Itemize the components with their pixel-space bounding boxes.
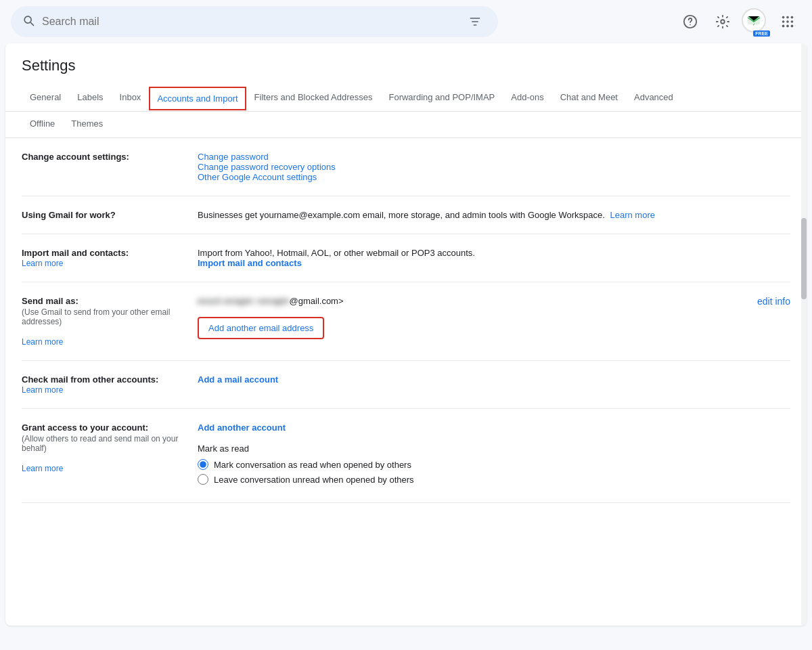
check-mail-row: Check mail from other accounts: Learn mo…: [22, 361, 790, 409]
main-content: Settings General Labels Inbox Accounts a…: [5, 43, 807, 626]
page-title: Settings: [5, 43, 807, 85]
send-mail-label: Send mail as: (Use Gmail to send from yo…: [22, 296, 184, 347]
tab-accounts[interactable]: Accounts and Import: [149, 87, 246, 110]
import-mail-row: Import mail and contacts: Learn more Imp…: [22, 234, 790, 282]
import-desc: Import from Yahoo!, Hotmail, AOL, or oth…: [198, 248, 790, 258]
grant-access-content: Add another account Mark as read Mark co…: [198, 422, 790, 489]
gmail-work-learn-more[interactable]: Learn more: [610, 210, 654, 220]
gmail-work-content: Businesses get yourname@example.com emai…: [198, 210, 790, 220]
radio-read-label: Mark conversation as read when opened by…: [214, 460, 411, 470]
svg-point-11: [786, 25, 789, 28]
email-blurred: enoch emajeh <emajeh: [198, 296, 290, 306]
add-mail-account-link[interactable]: Add a mail account: [198, 374, 278, 385]
change-account-label: Change account settings:: [22, 152, 184, 162]
svg-text:✓: ✓: [752, 22, 755, 26]
add-another-account-link[interactable]: Add another account: [198, 422, 286, 433]
tab-chat[interactable]: Chat and Meet: [552, 85, 626, 111]
grant-access-label: Grant access to your account: (Allow oth…: [22, 422, 184, 473]
svg-point-9: [791, 20, 794, 23]
svg-point-1: [690, 24, 691, 25]
gmail-work-label: Using Gmail for work?: [22, 210, 184, 220]
svg-point-2: [721, 20, 725, 24]
svg-point-4: [782, 16, 785, 19]
tab-addons[interactable]: Add-ons: [503, 85, 551, 111]
change-account-row: Change account settings: Change password…: [22, 138, 790, 196]
settings-section: Change account settings: Change password…: [5, 138, 807, 503]
search-input[interactable]: [42, 16, 456, 28]
gmail-work-row: Using Gmail for work? Businesses get you…: [22, 196, 790, 234]
import-learn-more[interactable]: Learn more: [22, 259, 63, 268]
import-mail-content: Import from Yahoo!, Hotmail, AOL, or oth…: [198, 248, 790, 268]
edit-info-link[interactable]: edit info: [757, 296, 790, 307]
send-mail-row: Send mail as: (Use Gmail to send from yo…: [22, 282, 790, 361]
tab-offline[interactable]: Offline: [22, 112, 63, 137]
free-badge: FREE: [753, 30, 770, 37]
radio-item-unread: Leave conversation unread when opened by…: [198, 474, 790, 485]
import-mail-label: Import mail and contacts: Learn more: [22, 248, 184, 268]
send-mail-content: enoch emajeh <emajeh@gmail.com> Add anot…: [198, 296, 790, 339]
change-account-content: Change password Change password recovery…: [198, 152, 790, 182]
email-display: enoch emajeh <emajeh@gmail.com>: [198, 296, 344, 306]
tab-advanced[interactable]: Advanced: [626, 85, 681, 111]
import-action-link[interactable]: Import mail and contacts: [198, 258, 302, 268]
send-mail-learn-more[interactable]: Learn more: [22, 337, 63, 347]
check-mail-label: Check mail from other accounts: Learn mo…: [22, 374, 184, 395]
topbar: ✓ FREE: [0, 0, 812, 43]
radio-unread-label: Leave conversation unread when opened by…: [214, 475, 414, 485]
svg-point-12: [791, 25, 794, 28]
tab-filters[interactable]: Filters and Blocked Addresses: [246, 85, 381, 111]
edit-info-wrap: edit info: [757, 296, 790, 307]
grant-access-row: Grant access to your account: (Allow oth…: [22, 409, 790, 503]
tab-forwarding[interactable]: Forwarding and POP/IMAP: [380, 85, 503, 111]
change-password-link[interactable]: Change password: [198, 152, 269, 162]
topbar-icons: ✓ FREE: [677, 8, 801, 35]
change-recovery-link[interactable]: Change password recovery options: [198, 162, 336, 172]
filter-icon[interactable]: [463, 9, 487, 34]
scrollbar-thumb[interactable]: [801, 218, 807, 299]
scrollbar[interactable]: [801, 43, 807, 626]
tab-labels[interactable]: Labels: [69, 85, 111, 111]
apps-button[interactable]: [774, 8, 801, 35]
svg-point-7: [782, 20, 785, 23]
mark-as-read-label: Mark as read: [198, 443, 790, 454]
help-button[interactable]: [677, 8, 704, 35]
check-mail-content: Add a mail account: [198, 374, 790, 385]
check-mail-learn-more[interactable]: Learn more: [22, 385, 63, 395]
search-icon: [22, 14, 35, 30]
svg-point-5: [786, 16, 789, 19]
search-bar: [11, 6, 498, 37]
radio-item-read: Mark conversation as read when opened by…: [198, 459, 790, 470]
radio-group: Mark conversation as read when opened by…: [198, 459, 790, 485]
tab-general[interactable]: General: [22, 85, 69, 111]
gmail-work-desc: Businesses get yourname@example.com emai…: [198, 210, 605, 220]
tab-themes[interactable]: Themes: [63, 112, 111, 137]
svg-point-8: [786, 20, 789, 23]
gmail-logo[interactable]: ✓ FREE: [742, 8, 769, 35]
other-account-link[interactable]: Other Google Account settings: [198, 172, 317, 182]
tabs-row1: General Labels Inbox Accounts and Import…: [5, 85, 807, 112]
send-mail-inner: enoch emajeh <emajeh@gmail.com> Add anot…: [198, 296, 344, 339]
tab-inbox[interactable]: Inbox: [112, 85, 150, 111]
grant-learn-more[interactable]: Learn more: [22, 464, 63, 473]
settings-button[interactable]: [709, 8, 736, 35]
add-email-button[interactable]: Add another email address: [198, 317, 324, 339]
svg-point-6: [791, 16, 794, 19]
svg-point-10: [782, 25, 785, 28]
tabs-row2: Offline Themes: [5, 112, 807, 138]
radio-read[interactable]: [198, 459, 208, 470]
radio-unread[interactable]: [198, 474, 208, 485]
